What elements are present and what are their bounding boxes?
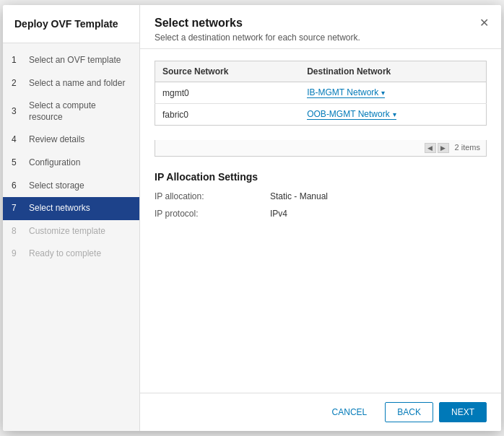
table-row: fabric0 OOB-MGMT Network ▾ bbox=[155, 104, 487, 126]
sidebar-item-7[interactable]: 7Select networks bbox=[3, 197, 139, 220]
ip-protocol-row: IP protocol: IPv4 bbox=[155, 209, 487, 219]
footer: CANCEL BACK NEXT bbox=[140, 393, 501, 431]
deploy-ovf-modal: Deploy OVF Template 1Select an OVF templ… bbox=[3, 5, 501, 431]
sidebar-item-1[interactable]: 1Select an OVF template bbox=[3, 49, 139, 72]
sidebar: Deploy OVF Template 1Select an OVF templ… bbox=[3, 5, 140, 431]
step-label: Configuration bbox=[29, 157, 80, 169]
step-number: 6 bbox=[12, 180, 25, 192]
step-number: 2 bbox=[12, 78, 25, 90]
step-number: 8 bbox=[12, 226, 25, 237]
main-body: Source Network Destination Network mgmt0… bbox=[140, 49, 501, 393]
sidebar-item-9: 9Ready to complete bbox=[3, 243, 139, 266]
sidebar-items: 1Select an OVF template2Select a name an… bbox=[3, 43, 139, 431]
step-label: Select a name and folder bbox=[29, 78, 125, 90]
col-dest-network: Destination Network bbox=[300, 61, 486, 82]
step-number: 5 bbox=[12, 157, 25, 169]
network-table-body: mgmt0 IB-MGMT Network ▾ fabric0 OOB-MGMT… bbox=[155, 82, 487, 126]
sidebar-title: Deploy OVF Template bbox=[3, 5, 139, 43]
dest-network-cell[interactable]: IB-MGMT Network ▾ bbox=[300, 82, 486, 104]
page-subtitle: Select a destination network for each so… bbox=[155, 32, 487, 43]
ip-allocation-value: Static - Manual bbox=[270, 191, 328, 201]
step-number: 1 bbox=[12, 55, 25, 66]
step-number: 9 bbox=[12, 248, 25, 260]
step-label: Select networks bbox=[29, 203, 90, 214]
dest-network-select[interactable]: OOB-MGMT Network ▾ bbox=[307, 109, 396, 120]
ip-allocation-row: IP allocation: Static - Manual bbox=[155, 191, 487, 201]
dest-network-select[interactable]: IB-MGMT Network ▾ bbox=[307, 87, 385, 98]
pagination-controls: ◀ ▶ bbox=[425, 143, 449, 153]
dest-network-label: IB-MGMT Network bbox=[307, 87, 378, 97]
sidebar-item-8: 8Customize template bbox=[3, 220, 139, 243]
dest-network-cell[interactable]: OOB-MGMT Network ▾ bbox=[300, 104, 486, 126]
cancel-button[interactable]: CANCEL bbox=[320, 402, 380, 422]
step-label: Select a compute resource bbox=[29, 100, 131, 123]
page-title: Select networks bbox=[155, 17, 487, 30]
step-label: Ready to complete bbox=[29, 248, 101, 260]
table-footer: ◀ ▶ 2 items bbox=[155, 140, 487, 157]
ip-protocol-label: IP protocol: bbox=[155, 209, 270, 219]
step-number: 3 bbox=[12, 106, 25, 118]
col-source-network: Source Network bbox=[155, 61, 300, 82]
sidebar-item-4[interactable]: 4Review details bbox=[3, 128, 139, 152]
items-count: 2 items bbox=[455, 143, 480, 153]
dest-network-label: OOB-MGMT Network bbox=[307, 109, 389, 119]
source-network-cell: mgmt0 bbox=[155, 82, 300, 104]
step-label: Review details bbox=[29, 134, 84, 146]
next-button[interactable]: NEXT bbox=[439, 402, 487, 422]
source-network-cell: fabric0 bbox=[155, 104, 300, 126]
main-content: Select networks Select a destination net… bbox=[140, 5, 501, 431]
table-row: mgmt0 IB-MGMT Network ▾ bbox=[155, 82, 487, 104]
step-label: Select storage bbox=[29, 180, 84, 192]
back-button[interactable]: BACK bbox=[385, 402, 433, 422]
sidebar-item-2[interactable]: 2Select a name and folder bbox=[3, 72, 139, 95]
close-button[interactable]: ✕ bbox=[477, 15, 491, 30]
ip-allocation-label: IP allocation: bbox=[155, 191, 270, 201]
step-number: 4 bbox=[12, 134, 25, 146]
sidebar-item-6[interactable]: 6Select storage bbox=[3, 175, 139, 198]
step-label: Customize template bbox=[29, 226, 105, 237]
step-number: 7 bbox=[12, 203, 25, 214]
network-table: Source Network Destination Network mgmt0… bbox=[155, 61, 487, 126]
next-page-button[interactable]: ▶ bbox=[438, 143, 449, 153]
ip-allocation-section-title: IP Allocation Settings bbox=[155, 171, 487, 183]
sidebar-item-3[interactable]: 3Select a compute resource bbox=[3, 95, 139, 128]
ip-protocol-value: IPv4 bbox=[270, 209, 287, 219]
step-label: Select an OVF template bbox=[29, 55, 121, 66]
prev-page-button[interactable]: ◀ bbox=[425, 143, 436, 153]
chevron-down-icon: ▾ bbox=[381, 89, 385, 97]
main-header: Select networks Select a destination net… bbox=[140, 5, 501, 49]
chevron-down-icon: ▾ bbox=[393, 110, 396, 118]
sidebar-item-5[interactable]: 5Configuration bbox=[3, 152, 139, 175]
